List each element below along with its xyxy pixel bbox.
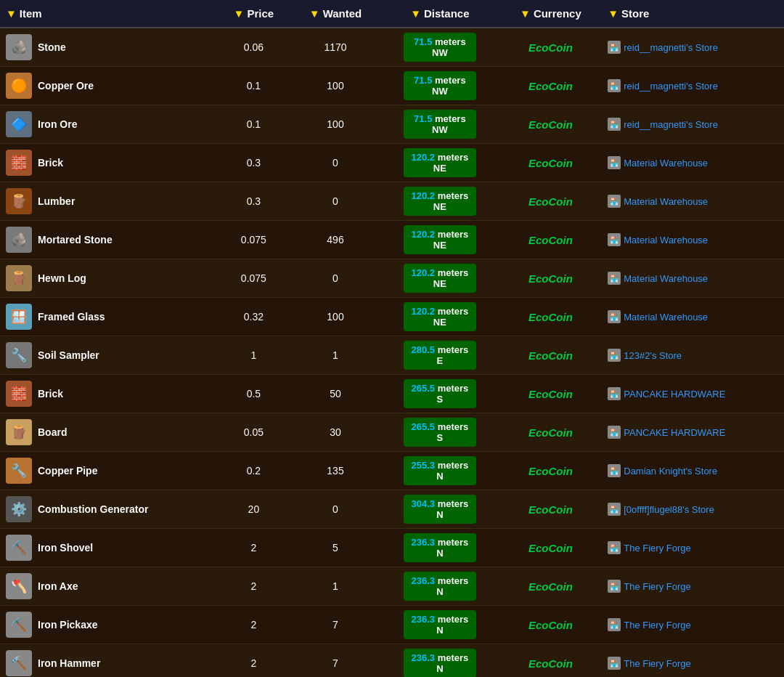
table-header: ▼Item ▼Price ▼Wanted ▼Distance ▼Currency… <box>0 0 784 28</box>
price-cell: 2 <box>217 606 290 644</box>
distance-cell: 120.2 metersNE <box>380 144 499 182</box>
item-icon: 🪵 <box>6 188 32 214</box>
sort-arrow-item: ▼ <box>6 7 17 20</box>
distance-badge: 120.2 metersNE <box>404 148 476 177</box>
item-icon: 🧱 <box>6 150 32 176</box>
distance-badge: 120.2 metersNE <box>404 187 476 216</box>
store-cell: 🏪 The Fiery Forge <box>602 644 784 678</box>
store-name: Material Warehouse <box>624 235 708 246</box>
distance-cell: 71.5 metersNW <box>380 28 499 67</box>
distance-cell: 304.3 metersN <box>380 490 499 529</box>
store-icon: 🏪 <box>608 41 621 54</box>
currency-cell: EcoCoin <box>499 259 603 298</box>
store-icon: 🏪 <box>608 387 621 400</box>
currency-cell: EcoCoin <box>499 221 603 259</box>
col-store[interactable]: ▼Store <box>602 0 784 28</box>
table-row: 🧱 Brick 0.550 265.5 metersS EcoCoin 🏪 PA… <box>0 375 784 413</box>
item-name: Mortared Stone <box>38 234 113 246</box>
wanted-cell: 0 <box>290 490 381 529</box>
item-name: Iron Hammer <box>38 657 100 669</box>
table-row: ⛏️ Iron Pickaxe 27 236.3 metersN EcoCoin… <box>0 606 784 644</box>
table-row: 🧱 Brick 0.30 120.2 metersNE EcoCoin 🏪 Ma… <box>0 144 784 182</box>
wanted-cell: 0 <box>290 182 381 221</box>
price-cell: 2 <box>217 529 290 567</box>
store-cell: 🏪 Material Warehouse <box>602 259 784 298</box>
item-name: Copper Pipe <box>38 465 97 477</box>
item-cell: 🪓 Iron Axe <box>0 567 217 606</box>
sort-arrow-store: ▼ <box>608 7 618 20</box>
distance-badge: 265.5 metersS <box>404 418 476 447</box>
wanted-cell: 0 <box>290 259 381 298</box>
item-cell: ⛏️ Iron Shovel <box>0 529 217 567</box>
item-icon: 🪨 <box>6 227 32 253</box>
price-cell: 1 <box>217 336 290 375</box>
distance-cell: 265.5 metersS <box>380 375 499 413</box>
col-item[interactable]: ▼Item <box>0 0 217 28</box>
sort-arrow-price: ▼ <box>234 7 245 20</box>
table-row: 🔨 Iron Hammer 27 236.3 metersN EcoCoin 🏪… <box>0 644 784 678</box>
distance-badge: 265.5 metersS <box>404 379 476 408</box>
table-row: 🪨 Mortared Stone 0.075496 120.2 metersNE… <box>0 221 784 259</box>
distance-badge: 71.5 metersNW <box>404 33 476 62</box>
table-row: 🔧 Soil Sampler 11 280.5 metersE EcoCoin … <box>0 336 784 375</box>
store-name: The Fiery Forge <box>624 620 690 631</box>
item-icon: 🔧 <box>6 458 32 484</box>
store-cell: 🏪 Damian Knight's Store <box>602 452 784 490</box>
item-cell: 🟠 Copper Ore <box>0 67 217 105</box>
store-icon: 🏪 <box>608 426 621 439</box>
store-cell: 🏪 Material Warehouse <box>602 298 784 336</box>
wanted-cell: 0 <box>290 144 381 182</box>
col-price[interactable]: ▼Price <box>217 0 290 28</box>
wanted-cell: 100 <box>290 298 381 336</box>
wanted-cell: 496 <box>290 221 381 259</box>
wanted-cell: 100 <box>290 105 381 144</box>
distance-cell: 120.2 metersNE <box>380 221 499 259</box>
item-icon: ⚙️ <box>6 496 32 522</box>
sort-arrow-wanted: ▼ <box>309 7 320 20</box>
item-icon: 🔧 <box>6 342 32 368</box>
item-name: Brick <box>38 388 63 400</box>
price-cell: 0.1 <box>217 105 290 144</box>
store-icon: 🏪 <box>608 233 621 246</box>
distance-badge: 255.3 metersN <box>404 456 476 485</box>
distance-badge: 236.3 metersN <box>404 533 476 562</box>
item-icon: ⛏️ <box>6 535 32 561</box>
currency-cell: EcoCoin <box>499 567 603 606</box>
currency-cell: EcoCoin <box>499 67 603 105</box>
store-icon: 🏪 <box>608 464 621 477</box>
price-cell: 0.3 <box>217 144 290 182</box>
currency-cell: EcoCoin <box>499 298 603 336</box>
store-name: The Fiery Forge <box>624 543 690 554</box>
distance-badge: 236.3 metersN <box>404 572 476 601</box>
store-icon: 🏪 <box>608 618 621 631</box>
price-cell: 0.075 <box>217 221 290 259</box>
store-icon: 🏪 <box>608 349 621 362</box>
distance-badge: 304.3 metersN <box>404 495 476 524</box>
col-wanted[interactable]: ▼Wanted <box>290 0 381 28</box>
store-name: The Fiery Forge <box>624 658 690 669</box>
currency-cell: EcoCoin <box>499 182 603 221</box>
col-currency[interactable]: ▼Currency <box>499 0 603 28</box>
distance-cell: 120.2 metersNE <box>380 182 499 221</box>
item-name: Framed Glass <box>38 311 105 323</box>
item-cell: ⛏️ Iron Pickaxe <box>0 606 217 644</box>
sort-arrow-distance: ▼ <box>410 7 421 20</box>
store-cell: 🏪 reid__magnetti's Store <box>602 28 784 67</box>
store-name: Damian Knight's Store <box>624 466 717 477</box>
table-row: 🪵 Lumber 0.30 120.2 metersNE EcoCoin 🏪 M… <box>0 182 784 221</box>
store-name: reid__magnetti's Store <box>624 42 718 53</box>
currency-cell: EcoCoin <box>499 529 603 567</box>
distance-cell: 71.5 metersNW <box>380 105 499 144</box>
store-name: PANCAKE HARDWARE <box>624 389 725 400</box>
col-distance[interactable]: ▼Distance <box>380 0 499 28</box>
store-cell: 🏪 The Fiery Forge <box>602 567 784 606</box>
store-name: Material Warehouse <box>624 273 708 284</box>
store-icon: 🏪 <box>608 272 621 285</box>
wanted-cell: 100 <box>290 67 381 105</box>
distance-badge: 120.2 metersNE <box>404 225 476 254</box>
item-cell: 🪟 Framed Glass <box>0 298 217 336</box>
store-icon: 🏪 <box>608 503 621 516</box>
wanted-cell: 5 <box>290 529 381 567</box>
distance-cell: 71.5 metersNW <box>380 67 499 105</box>
item-name: Soil Sampler <box>38 349 99 361</box>
